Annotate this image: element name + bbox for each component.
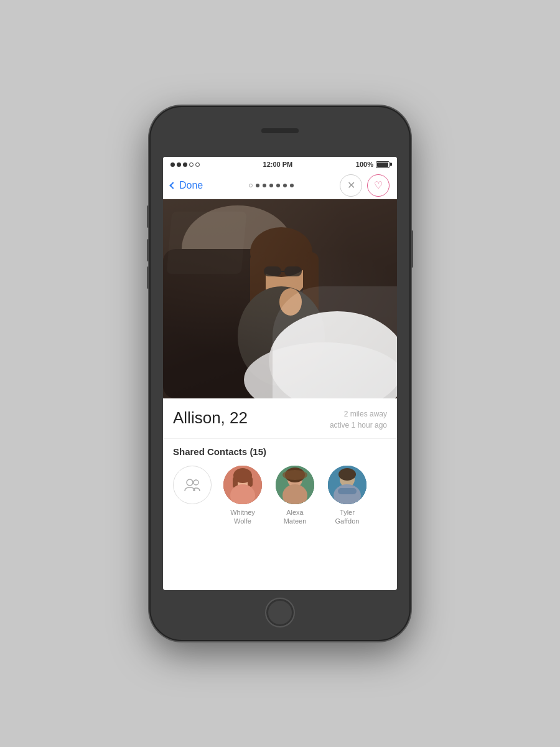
whitney-photo [223,466,262,504]
svg-point-25 [282,470,307,480]
contacts-row: WhitneyWolfe [173,466,387,526]
battery-icon [376,161,390,168]
page-dot-6 [283,184,287,187]
chevron-left-icon [169,182,176,189]
tyler-photo [328,466,366,504]
shared-contacts-section: Shared Contacts (15) [163,439,397,538]
svg-rect-31 [338,488,357,494]
profile-name-row: Allison, 22 2 miles away active 1 hour a… [173,408,387,431]
svg-point-15 [194,480,198,485]
profile-name: Allison, 22 [173,408,248,428]
people-icon [184,477,201,492]
contact-name-tyler: TylerGaffdon [335,508,360,526]
signal-indicator [170,162,200,167]
like-button[interactable]: ♡ [367,174,390,197]
activity-text: active 1 hour ago [330,420,387,431]
signal-dot-5 [195,162,200,167]
signal-dot-4 [189,162,194,167]
contacts-icon-wrapper[interactable] [173,466,212,504]
done-label: Done [179,180,203,191]
speaker [261,128,299,133]
shared-contacts-label: Shared Contacts [173,446,247,457]
svg-point-13 [279,288,302,316]
profile-info: Allison, 22 2 miles away active 1 hour a… [163,398,397,439]
phone-shell: 12:00 PM 100% Done [149,106,411,641]
svg-rect-7 [264,266,281,276]
shared-contacts-title: Shared Contacts (15) [173,446,387,457]
profile-photo-svg [163,199,397,398]
contact-name-whitney: WhitneyWolfe [230,508,255,526]
contact-alexa[interactable]: AlexaMateen [274,466,316,526]
distance-text: 2 miles away [330,408,387,420]
contact-name-alexa: AlexaMateen [284,508,307,526]
svg-point-14 [187,479,193,486]
battery-area: 100% [356,161,390,168]
contacts-icon-circle [173,466,212,504]
svg-rect-20 [248,477,253,487]
svg-rect-8 [284,266,302,276]
signal-dot-1 [170,162,175,167]
signal-dot-3 [183,162,187,167]
svg-point-29 [338,468,356,481]
page-dot-2 [256,184,259,187]
contact-whitney[interactable]: WhitneyWolfe [222,466,264,526]
page-dot-5 [276,184,280,187]
contact-avatar-alexa [276,466,314,504]
profile-distance-block: 2 miles away active 1 hour ago [330,408,387,431]
battery-fill [377,162,388,167]
done-button[interactable]: Done [170,180,203,191]
page-dots [249,184,294,187]
signal-dot-2 [177,162,181,167]
status-time: 12:00 PM [263,161,293,168]
profile-image[interactable] [163,199,397,398]
home-button[interactable] [265,598,295,627]
close-icon: ✕ [347,179,355,191]
nav-bar: Done ✕ ♡ [163,172,397,199]
battery-label: 100% [356,161,373,168]
page-dot-1 [249,184,253,187]
contact-avatar-tyler [328,466,366,504]
page-dot-3 [263,184,266,187]
dislike-button[interactable]: ✕ [340,174,362,197]
status-bar: 12:00 PM 100% [163,157,397,172]
nav-actions: ✕ ♡ [340,174,390,197]
phone-screen: 12:00 PM 100% Done [163,157,397,590]
shared-contacts-count: (15) [250,446,266,457]
page-dot-7 [290,184,294,187]
heart-icon: ♡ [374,179,383,191]
page-dot-4 [269,184,273,187]
alexa-photo [276,466,314,504]
contact-tyler[interactable]: TylerGaffdon [326,466,368,526]
contact-avatar-whitney [223,466,262,504]
